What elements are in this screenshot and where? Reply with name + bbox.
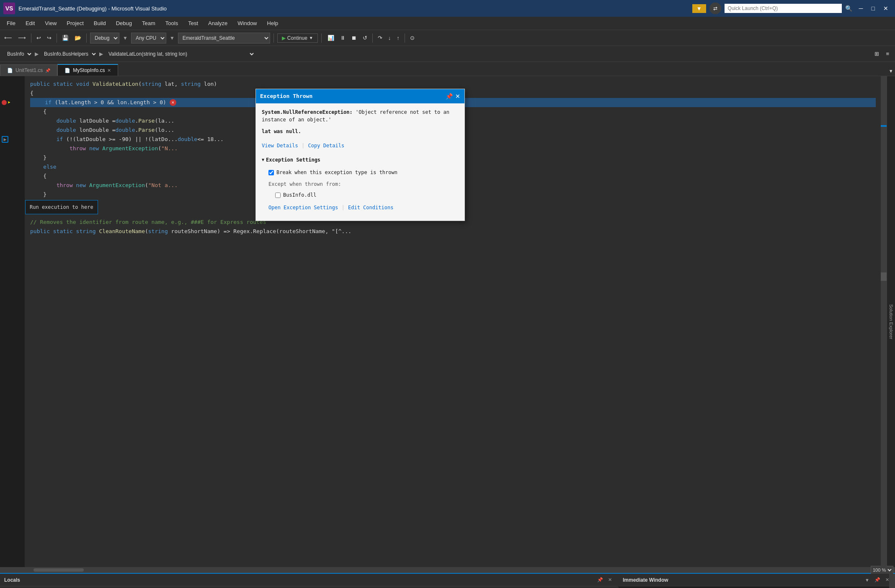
edit-conditions-link[interactable]: Edit Conditions: [348, 203, 393, 212]
method-dropdown[interactable]: ValidateLatLon(string lat, string lon): [105, 49, 255, 59]
locals-title: Locals: [4, 577, 20, 583]
tab-unittest[interactable]: 📄 UnitTest1.cs 📌: [0, 64, 57, 76]
pin-popup-btn[interactable]: 📌: [446, 93, 453, 100]
gutter-line-9: [0, 153, 25, 162]
menu-debug[interactable]: Debug: [111, 18, 137, 28]
immediate-panel-header: Immediate Window ▼ 📌 ✕: [619, 574, 895, 586]
locals-close-btn[interactable]: ✕: [606, 576, 614, 583]
menu-help[interactable]: Help: [262, 18, 284, 28]
team-foundation-btn[interactable]: ▼: [692, 4, 706, 13]
close-popup-btn[interactable]: ✕: [455, 93, 460, 100]
breakpoints-btn[interactable]: ⊙: [408, 33, 417, 43]
tab-icon-mystopinfo: 📄: [64, 68, 70, 73]
scrollbar-thumb-1: [881, 125, 887, 127]
diagnostics-btn[interactable]: 📊: [325, 33, 337, 43]
dll-checkbox[interactable]: [275, 193, 281, 198]
back-btn[interactable]: ⟵: [2, 33, 15, 43]
tab-controls: ▾: [887, 66, 895, 76]
gutter-line-8: [0, 144, 25, 153]
exception-title-label: Exception Thrown: [260, 92, 312, 101]
copy-details-link[interactable]: Copy Details: [308, 141, 345, 150]
config-arrow: ▼: [123, 35, 128, 41]
tab-mystopinfo[interactable]: 📄 MyStopInfo.cs ✕: [57, 64, 118, 76]
immediate-scrollbar[interactable]: [889, 574, 895, 588]
stop-btn[interactable]: ⏹: [349, 33, 359, 43]
tab-list-btn[interactable]: ▾: [887, 66, 895, 76]
hscrollbar-thumb: [34, 568, 84, 572]
bottom-panels: Locals 📌 ✕ Name Value Type ▼ ⚙ $exceptio…: [0, 573, 895, 588]
platform-dropdown[interactable]: Any CPU: [131, 33, 166, 44]
pin-icon: 📌: [45, 68, 50, 73]
maximize-btn[interactable]: □: [868, 3, 878, 13]
open-btn[interactable]: 📂: [72, 33, 84, 43]
menu-tools[interactable]: Tools: [160, 18, 183, 28]
step-over-btn[interactable]: ↷: [375, 33, 385, 43]
debug-toolbar-group: 📊 ⏸ ⏹ ↺ ↷ ↓ ↑ ⊙: [325, 33, 417, 43]
project-dropdown[interactable]: EmeraldTransit_Seattle: [178, 33, 270, 44]
quick-launch-input[interactable]: [725, 4, 842, 13]
redo-btn[interactable]: ↪: [44, 33, 54, 43]
save-btn[interactable]: 💾: [59, 33, 71, 43]
undo-btn[interactable]: ↩: [34, 33, 44, 43]
breadcrumb-bar: BusInfo ▶ BusInfo.BusHelpers ▶ ValidateL…: [0, 46, 895, 62]
solution-explorer-btn[interactable]: ≡: [883, 49, 892, 59]
dll-checkbox-row: BusInfo.dll: [275, 190, 459, 200]
step-out-btn[interactable]: ↑: [394, 33, 402, 43]
editor-tabs: 📄 UnitTest1.cs 📌 📄 MyStopInfo.cs ✕ ▾: [0, 62, 895, 76]
connect-btn[interactable]: ⇄: [709, 3, 721, 14]
continue-btn[interactable]: ▶ Continue ▼: [277, 33, 318, 43]
locals-pin-btn[interactable]: 📌: [596, 576, 605, 583]
immediate-input-line[interactable]: CleanRouteName(routeS: [619, 586, 895, 588]
minimize-btn[interactable]: ─: [856, 3, 867, 13]
locals-panel: Locals 📌 ✕ Name Value Type ▼ ⚙ $exceptio…: [0, 574, 619, 588]
menu-team[interactable]: Team: [137, 18, 160, 28]
locals-panel-header: Locals 📌 ✕: [0, 574, 618, 586]
code-editor[interactable]: Run execution to here public static void…: [25, 76, 881, 567]
view-details-link[interactable]: View Details: [262, 141, 298, 150]
locals-table: Name Value Type ▼ ⚙ $exception {System.N…: [0, 586, 618, 588]
editor-scrollbar[interactable]: [881, 76, 887, 567]
editor-and-scrollbar: ➤ ▶ Run execution to here: [0, 76, 895, 567]
exception-bottom-links: Open Exception Settings | Edit Condition…: [268, 203, 459, 212]
gutter-line-6: [0, 126, 25, 135]
current-line-arrow: ➤: [8, 98, 10, 107]
restart-btn[interactable]: ↺: [360, 33, 370, 43]
menu-window[interactable]: Window: [232, 18, 262, 28]
break-checkbox[interactable]: [268, 170, 274, 175]
menu-test[interactable]: Test: [183, 18, 203, 28]
class-dropdown[interactable]: BusInfo: [3, 49, 33, 59]
forward-btn[interactable]: ⟶: [15, 33, 28, 43]
gutter-line-10: [0, 162, 25, 172]
code-line-1: public static void ValidateLatLon(string…: [30, 80, 876, 89]
exception-settings-header: ▼ Exception Settings: [262, 155, 459, 164]
menu-project[interactable]: Project: [62, 18, 88, 28]
tab-close-mystopinfo[interactable]: ✕: [107, 68, 111, 73]
split-editor-btn[interactable]: ⊞: [872, 49, 882, 59]
menu-view[interactable]: View: [40, 18, 62, 28]
window-controls: ─ □ ✕: [856, 3, 892, 13]
close-btn[interactable]: ✕: [880, 3, 892, 13]
exception-settings-label: Exception Settings: [266, 155, 320, 164]
menu-file[interactable]: File: [2, 18, 21, 28]
menu-edit[interactable]: Edit: [21, 18, 40, 28]
namespace-dropdown[interactable]: BusInfo.BusHelpers: [40, 49, 98, 59]
menu-build[interactable]: Build: [89, 18, 111, 28]
menu-analyze[interactable]: Analyze: [203, 18, 232, 28]
immediate-content: CleanRouteName(routeS string BusHelpers.…: [619, 586, 895, 588]
solution-explorer-panel[interactable]: Solution Explorer: [887, 76, 895, 567]
run-to-here-tooltip[interactable]: Run execution to here: [25, 200, 98, 214]
immediate-pin-btn[interactable]: 📌: [873, 576, 882, 583]
editor-hscrollbar[interactable]: 100 %: [0, 567, 895, 573]
break-all-btn[interactable]: ⏸: [338, 33, 348, 43]
platform-arrow: ▼: [170, 35, 175, 41]
step-into-btn[interactable]: ↓: [386, 33, 394, 43]
continue-icon: ▶: [282, 35, 286, 41]
breakpoint-indicator: [2, 100, 7, 105]
separator-4: [273, 33, 274, 43]
immediate-dropdown-btn[interactable]: ▼: [863, 576, 871, 583]
config-dropdown[interactable]: Debug: [90, 33, 119, 44]
open-settings-link[interactable]: Open Exception Settings: [268, 203, 338, 212]
zoom-dropdown[interactable]: 100 %: [871, 566, 893, 574]
gutter-line-7: ▶: [0, 135, 25, 144]
scrollbar-thumb-2: [881, 272, 887, 281]
